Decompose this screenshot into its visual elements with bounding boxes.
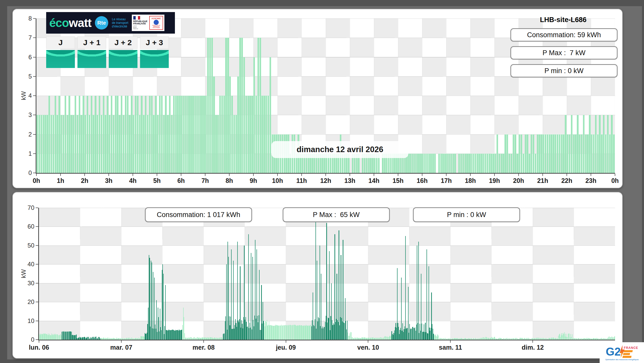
y-tick-mark (36, 226, 38, 227)
y-tick-mark (33, 95, 36, 96)
bar (36, 115, 38, 173)
bar (152, 262, 152, 340)
bar (46, 115, 48, 173)
bar (81, 115, 82, 173)
bar (248, 234, 249, 340)
ademe-text: ADEME (152, 17, 161, 20)
forecast-tile-j3[interactable]: J + 3 (140, 36, 169, 68)
bar (401, 278, 402, 340)
forecast-tile-j2[interactable]: J + 2 (109, 36, 137, 68)
bar (127, 96, 128, 173)
x-tick-label: 0h (598, 177, 632, 184)
bar (131, 96, 132, 173)
x-tick-mark (84, 174, 85, 176)
bar (418, 154, 420, 173)
bar (494, 154, 496, 173)
bar (613, 134, 615, 173)
y-tick-mark (33, 57, 36, 57)
bar (565, 115, 566, 173)
bar (261, 96, 263, 173)
bar (171, 115, 173, 173)
bar (585, 134, 587, 173)
bar (523, 154, 524, 173)
x-tick-mark (350, 174, 350, 176)
bar (175, 96, 177, 173)
bar (103, 96, 104, 173)
bar (470, 154, 472, 173)
bar (422, 154, 424, 173)
g2e-tagline: Optimisation des ressources énergétiques (605, 359, 639, 360)
bar (270, 57, 271, 173)
bar (547, 134, 548, 173)
bar (454, 154, 456, 173)
bar (533, 134, 534, 173)
y-tick-mark (33, 37, 36, 38)
bar (450, 154, 452, 173)
bar (223, 96, 225, 173)
bar (149, 96, 151, 173)
bar (339, 230, 339, 340)
bar (569, 134, 570, 173)
ecowatt-gauge-green-icon (77, 50, 106, 68)
bar (426, 154, 428, 173)
bar (597, 134, 599, 173)
x-tick-label: mar. 07 (105, 344, 138, 351)
week-chart-plot[interactable] (39, 208, 615, 340)
bar (181, 96, 183, 173)
site-name: LHB-site-L686 (510, 16, 616, 24)
bar (233, 115, 235, 173)
bar (561, 134, 562, 173)
x-tick-mark (301, 174, 302, 176)
ademe-logo: ADEME AGENCE DE LA TRANSITION ÉCOLOGIQUE (149, 16, 163, 30)
bar (205, 96, 207, 173)
bar (408, 287, 409, 340)
rte-tagline-line: d'électricité (112, 25, 128, 28)
bar (593, 134, 595, 173)
bar (251, 96, 253, 173)
y-tick-label: 5 (18, 73, 32, 80)
bar (549, 134, 550, 173)
x-tick-mark (277, 174, 278, 176)
bar (521, 134, 522, 173)
bar (464, 154, 466, 173)
week-chart-bars (39, 208, 615, 340)
bar (507, 134, 508, 173)
bar (243, 57, 245, 173)
bar (101, 115, 102, 173)
app-window: kW écowatt Rte Le réseau de transport d'… (0, 0, 644, 363)
bar (440, 154, 442, 173)
bar (529, 154, 530, 173)
bar (209, 38, 211, 173)
bar (326, 223, 327, 340)
bar (511, 154, 512, 173)
bar (97, 115, 98, 173)
bar (121, 96, 122, 173)
week-chart-panel: kW Consommation: 1 017 kWh P Max : 65 kW… (12, 192, 623, 359)
rte-logo-icon: Rte (95, 16, 108, 30)
bar (531, 134, 532, 173)
bar (44, 115, 46, 173)
x-tick-mark (494, 174, 495, 176)
forecast-tile-j[interactable]: J (46, 36, 75, 68)
bar (589, 115, 590, 173)
forecast-tile-j1[interactable]: J + 1 (77, 36, 106, 68)
y-tick-mark (36, 208, 38, 208)
y-tick-mark (36, 264, 38, 264)
day-consumption-stat: Consommation: 59 kWh (510, 28, 618, 42)
y-tick-label: 2 (18, 131, 32, 138)
x-tick-mark (286, 340, 286, 343)
x-tick-mark (36, 174, 37, 176)
bar (63, 115, 64, 173)
bar (93, 115, 94, 173)
bar (227, 38, 229, 173)
y-tick-label: 30 (21, 280, 34, 286)
bar (517, 154, 518, 173)
bar (611, 115, 612, 173)
bar (217, 115, 219, 173)
bar (416, 154, 418, 173)
bar (414, 154, 416, 173)
bar (444, 154, 446, 173)
x-tick-mark (532, 340, 533, 343)
bar (229, 76, 231, 173)
bar (541, 134, 542, 173)
